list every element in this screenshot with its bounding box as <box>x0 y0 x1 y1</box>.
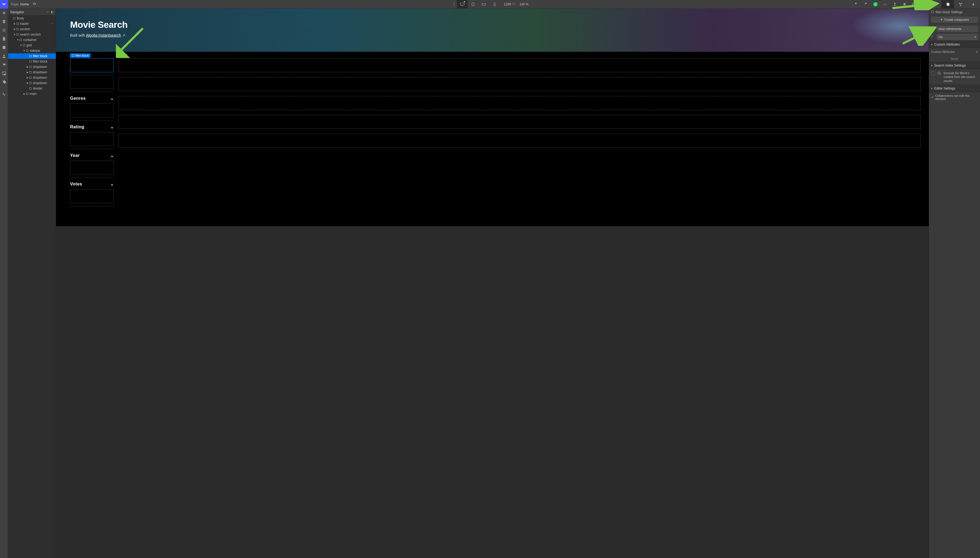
svg-rect-22 <box>29 88 31 90</box>
tree-item[interactable]: divider <box>8 86 56 91</box>
tree-item[interactable]: ▶section <box>8 26 56 32</box>
tree-item[interactable]: filter block <box>8 53 56 59</box>
id-input[interactable]: clear-refinements <box>937 26 978 32</box>
pages-icon[interactable] <box>0 34 8 43</box>
settings-panel-tab[interactable] <box>941 0 954 9</box>
preview-icon[interactable] <box>33 2 36 7</box>
tree-item[interactable]: ▶dropdown <box>8 64 56 69</box>
selection-tag[interactable]: filter block <box>70 53 90 58</box>
tree-item-label: main <box>29 92 37 96</box>
tree-item[interactable]: ▼sidebar <box>8 48 56 53</box>
page-title: Movie Search <box>70 20 929 30</box>
filter-block[interactable] <box>70 75 114 89</box>
undo-icon[interactable] <box>851 0 861 9</box>
content-block[interactable] <box>119 134 921 148</box>
content-block[interactable] <box>119 115 921 129</box>
tree-item[interactable]: ▶dropdown <box>8 75 56 80</box>
breakpoint-switcher: ⋮ ★ 1299 PX 100 % <box>451 0 529 9</box>
create-component-button[interactable]: ✦ Create component <box>931 17 978 23</box>
filter-block[interactable] <box>70 132 114 146</box>
audit-icon[interactable] <box>900 0 910 9</box>
external-link-icon: ↗ <box>122 33 125 38</box>
symbols-icon[interactable] <box>0 17 8 26</box>
add-attribute-icon[interactable]: + <box>976 49 978 54</box>
div-block-icon <box>13 17 16 20</box>
desktop-breakpoint[interactable]: ★ <box>457 0 468 9</box>
dropdown-header[interactable]: Year⌄ <box>70 153 114 158</box>
content-block[interactable] <box>119 77 921 91</box>
export-icon[interactable] <box>890 0 900 9</box>
tree-item[interactable]: ▶main <box>8 91 56 97</box>
tree-item[interactable]: ▶dropdown <box>8 80 56 86</box>
mobile-landscape-breakpoint[interactable] <box>479 0 489 9</box>
page-body: filter block Genres⌄Rating⌄Year⌄Votes⌄ <box>56 52 929 226</box>
caret-down-icon: ▾ <box>924 3 925 6</box>
custom-attributes-section[interactable]: ▾Custom Attributes <box>929 41 980 48</box>
svg-rect-10 <box>17 23 19 25</box>
collab-checkmark[interactable]: ✓ <box>931 95 934 99</box>
tree-item[interactable]: ▼grid <box>8 43 56 48</box>
attributes-none: None <box>929 56 980 62</box>
svg-rect-20 <box>29 77 31 79</box>
filter-block[interactable] <box>70 189 114 203</box>
style-panel-tab[interactable] <box>928 0 941 9</box>
content-column <box>119 58 921 210</box>
style-manager-tab[interactable] <box>954 0 967 9</box>
dropdown-header[interactable]: Rating⌄ <box>70 124 114 130</box>
tree-item[interactable]: ▶dropdown <box>8 69 56 75</box>
code-icon[interactable] <box>880 0 890 9</box>
id-label: ID <box>931 27 935 30</box>
tree-item[interactable]: ▼container <box>8 37 56 43</box>
settings-icon[interactable] <box>0 78 8 86</box>
divider <box>70 92 114 92</box>
hero-section: Movie Search Built with Algolia Instants… <box>56 9 929 52</box>
dropdown-header[interactable]: Genres⌄ <box>70 96 114 101</box>
exclude-checkbox[interactable] <box>931 71 935 75</box>
tag-select[interactable]: Div ▾ <box>937 34 978 40</box>
page-name[interactable]: Home <box>20 2 29 6</box>
algolia-link[interactable]: Algolia Instantsearch <box>86 33 121 38</box>
svg-rect-3 <box>482 3 485 5</box>
tablet-breakpoint[interactable] <box>468 0 479 9</box>
div-block-icon <box>931 10 934 14</box>
cms-icon[interactable] <box>0 43 8 52</box>
editor-settings-section[interactable]: ▾Editor Settings <box>929 85 980 92</box>
content-block[interactable] <box>119 96 921 110</box>
tree-item-label: container <box>23 38 36 42</box>
div-block-icon <box>29 82 32 84</box>
assets-icon[interactable] <box>0 69 8 78</box>
publish-button[interactable]: Publish ▾ <box>910 0 928 9</box>
viewport-info[interactable]: 1299 PX 100 % <box>504 2 529 6</box>
filter-block[interactable] <box>70 161 114 175</box>
filter-block[interactable] <box>70 103 114 118</box>
mobile-portrait-breakpoint[interactable] <box>489 0 500 9</box>
tree-item-label: loader <box>20 22 29 26</box>
hidden-icon[interactable]: 𝄐 <box>51 22 53 26</box>
navigator-tree[interactable]: Body▶loader𝄐▶section▼search section▼cont… <box>8 16 56 558</box>
div-block-icon <box>16 33 19 36</box>
search-index-section[interactable]: ▾Search Index Settings <box>929 62 980 69</box>
canvas[interactable]: Movie Search Built with Algolia Instants… <box>56 9 929 558</box>
tree-item[interactable]: filter block <box>8 59 56 64</box>
content-block[interactable] <box>119 58 921 72</box>
filter-block-selected[interactable] <box>70 58 114 72</box>
tree-item[interactable]: ▼search section <box>8 32 56 37</box>
caret-down-icon: ▾ <box>975 36 976 38</box>
search-icon <box>937 71 941 76</box>
redo-icon[interactable] <box>861 0 870 9</box>
audit-rail-icon[interactable] <box>0 90 8 98</box>
tree-item[interactable]: ▶loader𝄐 <box>8 21 56 26</box>
more-breakpoints[interactable]: ⋮ <box>451 2 457 6</box>
users-icon[interactable] <box>0 52 8 61</box>
divider <box>70 149 114 149</box>
webflow-logo[interactable] <box>0 0 8 9</box>
status-icon[interactable] <box>870 0 880 9</box>
interactions-tab[interactable] <box>967 0 980 9</box>
collapse-icon[interactable]: ⤢ <box>46 10 49 14</box>
tree-item[interactable]: Body <box>8 16 56 21</box>
dropdown-header[interactable]: Votes⌄ <box>70 181 114 187</box>
ecommerce-icon[interactable] <box>0 61 8 69</box>
navigator-icon[interactable] <box>0 26 8 34</box>
dock-icon[interactable]: ◧ <box>51 10 54 14</box>
add-element-icon[interactable] <box>0 9 8 17</box>
